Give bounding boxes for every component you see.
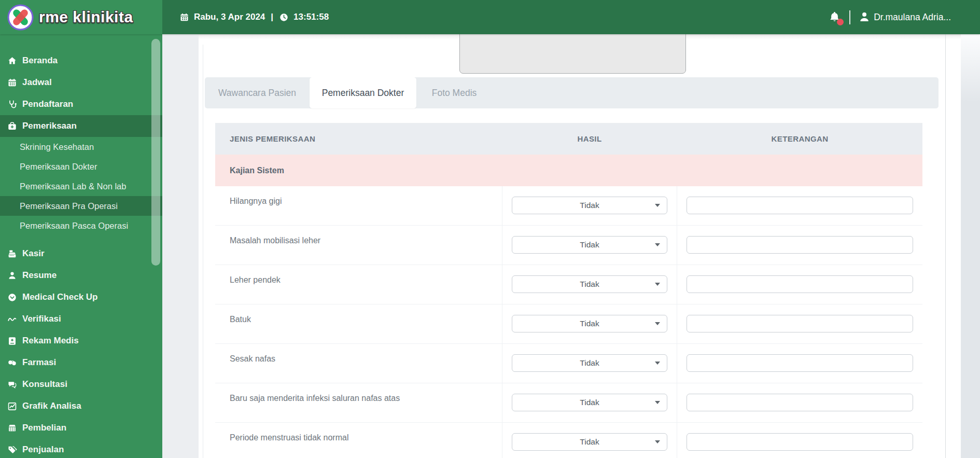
sidebar-submenu: Skrining KesehatanPemeriksaan DokterPeme… — [0, 137, 162, 235]
sidebar-item-pembelian[interactable]: Pembelian — [0, 417, 162, 439]
topbar-divider — [849, 10, 850, 24]
hasil-select[interactable]: Tidak — [512, 275, 667, 293]
sidebar-item-label: Farmasi — [22, 357, 56, 368]
sidebar-item-label: Beranda — [22, 55, 58, 66]
keterangan-input[interactable] — [687, 236, 913, 254]
tab-pemeriksaan-dokter[interactable]: Pemeriksaan Dokter — [310, 77, 416, 108]
sidebar-item-pendaftaran[interactable]: Pendaftaran — [0, 93, 162, 115]
card-left-divider — [203, 45, 203, 458]
section-label: Kajian Sistem — [230, 166, 284, 175]
card-right-divider — [945, 34, 946, 458]
home-icon — [6, 56, 18, 66]
page-scrollbar[interactable] — [961, 34, 980, 458]
keterangan-input[interactable] — [687, 197, 913, 214]
table-header-row: JENIS PEMERIKSAANHASILKETERANGAN — [215, 123, 922, 155]
chevron-down-icon — [655, 204, 660, 207]
sidebar-item-label: Resume — [22, 270, 57, 281]
chevron-down-icon — [655, 362, 660, 365]
user-avatar-icon — [858, 11, 871, 23]
notifications-bell-icon[interactable] — [828, 10, 842, 24]
table-row: BatukTidak — [215, 304, 922, 344]
chevron-down-icon — [655, 440, 660, 443]
keterangan-input[interactable] — [687, 394, 913, 411]
sidebar-subitem-pemeriksaan-pasca-operasi[interactable]: Pemeriksaan Pasca Operasi — [0, 216, 162, 235]
sidebar-item-grafik-analisa[interactable]: Grafik Analisa — [0, 395, 162, 417]
sidebar-item-farmasi[interactable]: Farmasi — [0, 352, 162, 373]
user-menu[interactable]: Dr.maulana Adria... — [858, 11, 951, 23]
sidebar-item-beranda[interactable]: Beranda — [0, 50, 162, 72]
keterangan-input[interactable] — [687, 275, 913, 293]
table-row: Hilangnya gigiTidak — [215, 186, 922, 226]
keterangan-input[interactable] — [687, 315, 913, 332]
sidebar-item-penjualan[interactable]: Penjualan — [0, 439, 162, 458]
sidebar-item-pemeriksaan[interactable]: Pemeriksaan — [0, 115, 162, 137]
sidebar-item-medical-check-up[interactable]: Medical Check Up — [0, 286, 162, 308]
hasil-select-value: Tidak — [580, 201, 599, 210]
time-text: 13:51:58 — [293, 12, 329, 22]
hasil-select-value: Tidak — [580, 358, 599, 368]
table-row: Leher pendekTidak — [215, 265, 922, 304]
circle-chevron-icon — [6, 293, 18, 302]
tab-bar: Wawancara PasienPemeriksaan DokterFoto M… — [205, 77, 939, 108]
sidebar-item-verifikasi[interactable]: Verifikasi — [0, 308, 162, 330]
clock-icon — [279, 12, 289, 22]
exam-table: JENIS PEMERIKSAANHASILKETERANGAN Kajian … — [215, 123, 922, 458]
wave-icon — [6, 314, 18, 324]
sidebar-item-rekam-medis[interactable]: Rekam Medis — [0, 330, 162, 352]
brand[interactable]: rme klinikita — [0, 0, 162, 34]
column-header-keterangan: KETERANGAN — [677, 134, 922, 143]
sidebar-subitem-pemeriksaan-lab-non-lab[interactable]: Pemeriksaan Lab & Non lab — [0, 176, 162, 196]
topbar-actions: Dr.maulana Adria... — [828, 10, 951, 24]
sidebar-item-label: Konsultasi — [22, 379, 67, 390]
exam-item-label: Batuk — [215, 304, 502, 343]
calendar-icon — [6, 78, 18, 88]
exam-item-label: Baru saja menderita infeksi saluran nafa… — [215, 383, 502, 422]
chart-icon — [6, 401, 18, 411]
tab-foto-medis[interactable]: Foto Medis — [416, 77, 492, 108]
sidebar-scrollbar[interactable] — [151, 39, 160, 266]
keterangan-input[interactable] — [687, 433, 913, 451]
exam-item-label: Hilangnya gigi — [215, 186, 502, 225]
hasil-select[interactable]: Tidak — [512, 315, 667, 332]
brand-logo-icon — [7, 4, 34, 31]
tab-wawancara-pasien[interactable]: Wawancara Pasien — [205, 77, 310, 108]
sidebar-item-label: Penjualan — [22, 445, 64, 455]
date-time-separator: | — [271, 12, 273, 22]
column-header-jenis-pemeriksaan: JENIS PEMERIKSAAN — [215, 134, 502, 143]
sidebar-item-label: Grafik Analisa — [22, 401, 81, 411]
sidebar-item-label: Pemeriksaan — [22, 121, 77, 131]
exam-item-label: Masalah mobilisasi leher — [215, 226, 502, 265]
sidebar-item-kasir[interactable]: Kasir — [0, 243, 162, 265]
sidebar: BerandaJadwalPendaftaranPemeriksaanSkrin… — [0, 34, 162, 458]
pills-icon — [6, 358, 18, 368]
user-name: Dr.maulana Adria... — [874, 12, 951, 23]
hasil-select-value: Tidak — [580, 280, 599, 289]
hasil-select[interactable]: Tidak — [512, 236, 667, 254]
brand-name: rme klinikita — [39, 8, 133, 26]
chevron-down-icon — [655, 322, 660, 325]
sidebar-item-jadwal[interactable]: Jadwal — [0, 72, 162, 93]
sidebar-item-resume[interactable]: Resume — [0, 265, 162, 286]
hasil-select[interactable]: Tidak — [512, 433, 667, 451]
chevron-down-icon — [655, 243, 660, 246]
hasil-select[interactable]: Tidak — [512, 197, 667, 214]
sidebar-item-label: Pendaftaran — [22, 99, 73, 109]
column-header-hasil: HASIL — [502, 134, 677, 143]
sidebar-subitem-pemeriksaan-dokter[interactable]: Pemeriksaan Dokter — [0, 157, 162, 176]
sidebar-subitem-pemeriksaan-pra-operasi[interactable]: Pemeriksaan Pra Operasi — [0, 196, 162, 216]
sidebar-item-label: Jadwal — [22, 77, 52, 88]
notes-textarea[interactable] — [459, 30, 686, 74]
exam-item-label: Periode menstruasi tidak normal — [215, 423, 502, 458]
hasil-select[interactable]: Tidak — [512, 394, 667, 411]
notification-badge — [837, 19, 844, 25]
sidebar-item-label: Medical Check Up — [22, 292, 98, 302]
sidebar-subitem-skrining-kesehatan[interactable]: Skrining Kesehatan — [0, 137, 162, 157]
main-content: Wawancara PasienPemeriksaan DokterFoto M… — [162, 34, 980, 458]
keterangan-input[interactable] — [687, 354, 913, 372]
tags-icon — [6, 445, 18, 455]
sidebar-item-label: Pembelian — [22, 423, 66, 433]
sidebar-item-konsultasi[interactable]: Konsultasi — [0, 373, 162, 395]
chevron-down-icon — [655, 401, 660, 404]
topbar: rme klinikita Rabu, 3 Apr 2024 | 13:51:5… — [0, 0, 980, 34]
hasil-select[interactable]: Tidak — [512, 354, 667, 372]
